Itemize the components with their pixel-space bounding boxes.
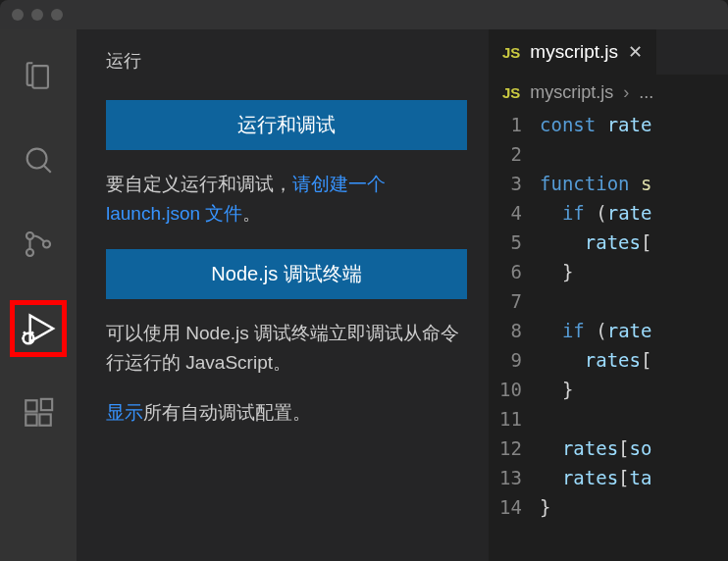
code-line[interactable]: function s: [540, 169, 728, 198]
text-pre: 要自定义运行和调试，: [106, 174, 292, 194]
line-number: 11: [489, 404, 522, 434]
line-number: 4: [489, 198, 522, 228]
traffic-close-icon[interactable]: [12, 9, 24, 21]
titlebar: [0, 0, 728, 29]
svg-rect-13: [39, 414, 50, 425]
js-file-icon: JS: [502, 84, 520, 101]
show-link[interactable]: 显示: [106, 402, 143, 423]
js-file-icon: JS: [502, 44, 520, 61]
svg-point-2: [26, 232, 33, 239]
line-number: 12: [489, 434, 522, 463]
editor-area: JS myscript.js ✕ JS myscript.js › ... 12…: [489, 29, 728, 561]
line-number: 5: [489, 228, 522, 257]
code-lines[interactable]: const rate function s if (rate rates[ } …: [540, 110, 728, 561]
code-line[interactable]: const rate: [540, 110, 728, 139]
svg-line-10: [31, 332, 33, 333]
code-line[interactable]: rates[: [540, 228, 728, 257]
code-line[interactable]: if (rate: [540, 198, 728, 228]
nodejs-debug-terminal-button[interactable]: Node.js 调试终端: [106, 249, 467, 299]
line-gutter: 1234567891011121314: [489, 110, 540, 561]
code-line[interactable]: [540, 286, 728, 316]
breadcrumb[interactable]: JS myscript.js › ...: [489, 75, 728, 110]
svg-rect-12: [26, 414, 36, 425]
traffic-minimize-icon[interactable]: [31, 9, 43, 21]
svg-point-3: [26, 249, 33, 256]
sidebar-title: 运行: [106, 49, 467, 73]
tab-label: myscript.js: [530, 41, 618, 63]
run-debug-icon[interactable]: [10, 300, 67, 357]
line-number: 13: [489, 463, 522, 492]
code-editor[interactable]: 1234567891011121314 const rate function …: [489, 110, 728, 561]
code-line[interactable]: rates[ta: [540, 463, 728, 492]
code-line[interactable]: [540, 139, 728, 169]
svg-line-1: [44, 166, 51, 173]
extensions-icon[interactable]: [10, 384, 67, 441]
tabs-row: JS myscript.js ✕: [489, 29, 728, 75]
line-number: 2: [489, 139, 522, 169]
svg-point-0: [27, 149, 47, 169]
code-line[interactable]: if (rate: [540, 316, 728, 345]
line-number: 14: [489, 492, 522, 522]
svg-rect-14: [41, 399, 52, 410]
line-number: 10: [489, 375, 522, 404]
code-line[interactable]: }: [540, 492, 728, 522]
text-post: 。: [242, 203, 261, 224]
code-line[interactable]: rates[so: [540, 434, 728, 463]
customize-text: 要自定义运行和调试，请创建一个 launch.json 文件。: [106, 170, 467, 230]
svg-point-4: [43, 240, 50, 247]
activity-bar: [0, 29, 77, 561]
svg-rect-11: [26, 400, 36, 411]
close-icon[interactable]: ✕: [628, 41, 643, 63]
show-configs-text: 显示所有自动调试配置。: [106, 398, 467, 428]
code-line[interactable]: }: [540, 257, 728, 286]
line-number: 7: [489, 286, 522, 316]
run-and-debug-button[interactable]: 运行和调试: [106, 100, 467, 150]
explorer-icon[interactable]: [10, 47, 67, 104]
code-line[interactable]: [540, 404, 728, 434]
source-control-icon[interactable]: [10, 216, 67, 273]
line-number: 6: [489, 257, 522, 286]
svg-line-9: [24, 332, 26, 333]
nodejs-desc-text: 可以使用 Node.js 调试终端立即调试从命令行运行的 JavaScript。: [106, 319, 467, 379]
code-line[interactable]: }: [540, 375, 728, 404]
line-number: 9: [489, 345, 522, 375]
code-line[interactable]: rates[: [540, 345, 728, 375]
line-number: 3: [489, 169, 522, 198]
tab-myscript[interactable]: JS myscript.js ✕: [489, 29, 656, 75]
svg-point-6: [24, 333, 34, 344]
line-number: 1: [489, 110, 522, 139]
line-number: 8: [489, 316, 522, 345]
chevron-right-icon: ›: [623, 82, 629, 103]
breadcrumb-file: myscript.js: [530, 82, 613, 103]
search-icon[interactable]: [10, 131, 67, 188]
run-sidebar: 运行 运行和调试 要自定义运行和调试，请创建一个 launch.json 文件。…: [77, 29, 489, 561]
breadcrumb-more: ...: [639, 82, 653, 103]
show-post: 所有自动调试配置。: [143, 402, 311, 423]
traffic-zoom-icon[interactable]: [51, 9, 63, 21]
